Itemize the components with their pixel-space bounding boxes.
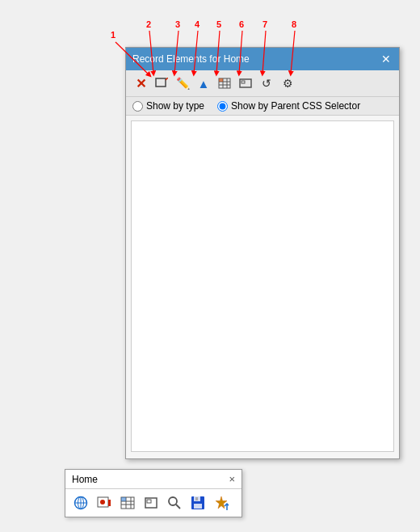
taskbar-close-button[interactable]: × — [229, 473, 235, 485]
toolbar-up-button[interactable]: ▲ — [194, 74, 213, 93]
radio-options-row: Show by type Show by Parent CSS Selector — [126, 97, 399, 116]
svg-rect-16 — [156, 78, 166, 87]
taskbar-record-button[interactable] — [94, 492, 115, 513]
taskbar-frame-button[interactable] — [141, 492, 162, 513]
svg-text:4: 4 — [195, 19, 200, 29]
svg-rect-45 — [194, 504, 202, 509]
taskbar-panel: Home × — [65, 469, 242, 517]
toolbar-edit-button[interactable]: ✏️ — [173, 74, 192, 93]
svg-line-42 — [176, 505, 180, 509]
radio-type-label: Show by type — [146, 100, 204, 112]
svg-text:8: 8 — [292, 19, 296, 29]
radio-css-label: Show by Parent CSS Selector — [231, 100, 360, 112]
toolbar-grid-button[interactable] — [215, 74, 234, 93]
toolbar-settings-button[interactable]: ⚙ — [278, 74, 297, 93]
taskbar-header: Home × — [65, 470, 242, 489]
svg-rect-40 — [147, 500, 151, 503]
svg-rect-25 — [242, 81, 245, 83]
dialog-close-button[interactable]: ✕ — [380, 53, 393, 65]
taskbar-star-button[interactable] — [211, 492, 232, 513]
svg-rect-23 — [219, 78, 223, 82]
svg-text:2: 2 — [146, 19, 151, 29]
svg-rect-38 — [121, 497, 126, 501]
svg-text:5: 5 — [216, 19, 221, 29]
svg-point-41 — [169, 497, 177, 505]
taskbar-save-button[interactable] — [187, 492, 208, 513]
radio-show-by-type[interactable]: Show by type — [132, 100, 204, 112]
toolbar-frame-button[interactable] — [236, 74, 255, 93]
taskbar-web-button[interactable] — [70, 492, 91, 513]
radio-show-by-css[interactable]: Show by Parent CSS Selector — [217, 100, 360, 112]
taskbar-search-button[interactable] — [164, 492, 185, 513]
svg-text:6: 6 — [239, 19, 244, 29]
toolbar-delete-button[interactable]: ✕ — [131, 74, 150, 93]
dialog-title: Record Elements for Home — [132, 53, 250, 65]
radio-css-input[interactable] — [217, 101, 228, 112]
svg-text:1: 1 — [111, 30, 116, 40]
taskbar-title: Home — [72, 474, 98, 485]
svg-text:3: 3 — [175, 19, 180, 29]
taskbar-grid-button[interactable] — [117, 492, 138, 513]
svg-point-31 — [100, 500, 105, 505]
dialog-content-area — [131, 120, 394, 452]
svg-rect-46 — [195, 497, 198, 500]
dialog-toolbar: ✕ ✏️ ▲ ↺ ⚙ — [126, 70, 399, 97]
svg-rect-32 — [108, 500, 111, 506]
toolbar-select-button[interactable] — [152, 74, 171, 93]
main-dialog: Record Elements for Home ✕ ✕ ✏️ ▲ — [125, 47, 400, 459]
svg-text:7: 7 — [262, 19, 267, 29]
taskbar-toolbar — [65, 489, 242, 517]
toolbar-refresh-button[interactable]: ↺ — [257, 74, 276, 93]
dialog-titlebar: Record Elements for Home ✕ — [126, 48, 399, 70]
radio-type-input[interactable] — [132, 101, 143, 112]
